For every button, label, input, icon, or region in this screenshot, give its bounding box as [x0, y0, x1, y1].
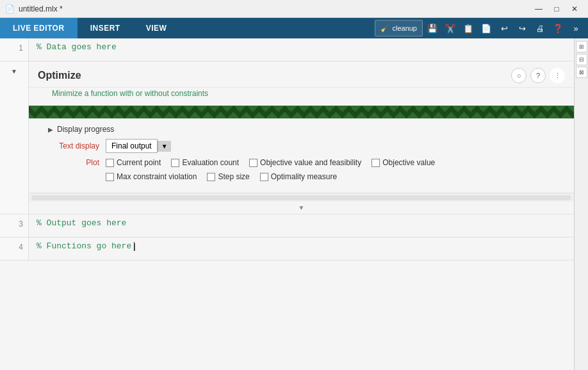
sidebar-btn-1[interactable]: ⊞ [576, 41, 587, 52]
cut-button[interactable]: ✂️ [442, 20, 459, 36]
cell-4: 4 % Functions go here | [0, 237, 574, 261]
optimize-subtitle: Minimize a function with or without cons… [29, 88, 574, 103]
file-icon: 📄 [5, 4, 15, 13]
select-value: Final output [111, 141, 152, 150]
maximize-button[interactable]: □ [548, 3, 565, 15]
cb-max-constraint[interactable] [106, 173, 114, 181]
checkbox-step-size[interactable]: Step size [207, 172, 249, 181]
display-collapse-icon[interactable]: ▶ [48, 126, 53, 133]
paste-button[interactable]: 📄 [478, 20, 494, 36]
window-controls: — □ ✕ [530, 3, 583, 15]
tab-live-editor[interactable]: LIVE EDITOR [0, 18, 78, 38]
code-text-1: % Data goes here [37, 42, 117, 52]
cb-label-max-constraint: Max constraint violation [117, 172, 197, 181]
right-sidebar: ⊞ ⊟ ⊠ [574, 38, 588, 370]
help-button[interactable]: ❓ [550, 20, 566, 36]
cb-label-optimality: Optimality measure [271, 172, 337, 181]
more-button[interactable]: » [568, 20, 584, 36]
cb-label-eval-count: Evaluation count [182, 158, 239, 167]
main-area: 1 % Data goes here ▼ Optimize ○ ? [0, 38, 588, 370]
checkbox-obj-value[interactable]: Objective value [372, 158, 435, 167]
line-number-4: 4 [0, 237, 29, 260]
optimize-header: Optimize ○ ? ⋮ [29, 61, 574, 88]
checkbox-row-1: Current point Evaluation count Objective… [106, 158, 435, 167]
zigzag-separator [29, 106, 574, 118]
checkbox-obj-feasibility[interactable]: Objective value and feasibility [249, 158, 361, 167]
display-section: ▶ Display progress Text display Final ou… [29, 121, 574, 193]
window-title: untitled.mlx * [19, 4, 63, 13]
optimize-block: ▼ Optimize ○ ? ⋮ Minimize a function wit… [0, 61, 574, 214]
optimize-title: Optimize [38, 70, 81, 81]
expand-button[interactable]: ▼ [29, 202, 574, 214]
sidebar-btn-2[interactable]: ⊟ [576, 54, 587, 65]
code-text-4: % Functions go here [37, 241, 131, 251]
tab-insert[interactable]: INSERT [78, 18, 133, 38]
cb-optimality[interactable] [260, 173, 268, 181]
more-block-button[interactable]: ⋮ [550, 68, 565, 83]
checkbox-row-2: Max constraint violation Step size Optim… [106, 172, 435, 181]
title-bar-left: 📄 untitled.mlx * [5, 4, 63, 13]
cb-current-point[interactable] [106, 159, 114, 167]
line-number-3: 3 [0, 214, 29, 237]
toolbar-right: 🧹 cleanup 💾 ✂️ 📋 📄 ↩ ↪ 🖨 ❓ » [371, 18, 588, 38]
menu-bar: LIVE EDITOR INSERT VIEW 🧹 cleanup 💾 ✂️ 📋… [0, 18, 588, 38]
checkbox-current-point[interactable]: Current point [106, 158, 161, 167]
optimize-title-area: Optimize [38, 70, 81, 81]
display-header: ▶ Display progress [48, 125, 565, 134]
checkbox-eval-count[interactable]: Evaluation count [171, 158, 239, 167]
checkboxes-container: Current point Evaluation count Objective… [106, 158, 435, 181]
cb-label-current-point: Current point [117, 158, 161, 167]
cleanup-button[interactable]: 🧹 cleanup [375, 20, 423, 36]
help-block-button[interactable]: ? [530, 68, 546, 83]
code-cell-3[interactable]: % Output goes here [29, 214, 574, 237]
display-progress-label: Display progress [57, 125, 114, 134]
optimize-content: Optimize ○ ? ⋮ Minimize a function with … [29, 61, 574, 214]
title-bar: 📄 untitled.mlx * — □ ✕ [0, 0, 588, 18]
collapse-icon[interactable]: ▼ [11, 68, 17, 75]
text-display-select[interactable]: Final output ▼ [106, 139, 171, 153]
minimize-button[interactable]: — [530, 3, 547, 15]
plot-label: Plot [48, 158, 99, 167]
code-text-3: % Output goes here [37, 218, 126, 228]
editor-scroll[interactable]: 1 % Data goes here ▼ Optimize ○ ? [0, 38, 574, 370]
cell-1: 1 % Data goes here [0, 38, 574, 61]
circle-button[interactable]: ○ [511, 68, 527, 83]
checkbox-optimality[interactable]: Optimality measure [260, 172, 337, 181]
plot-row: Plot Current point Evaluation count [48, 158, 565, 181]
cursor: | [134, 242, 135, 251]
cleanup-label: cleanup [392, 24, 417, 32]
checkbox-max-constraint[interactable]: Max constraint violation [106, 172, 197, 181]
close-button[interactable]: ✕ [566, 3, 583, 15]
code-cell-4[interactable]: % Functions go here | [29, 237, 574, 260]
line-number-1: 1 [0, 38, 29, 61]
copy-button[interactable]: 📋 [460, 20, 477, 36]
tab-view[interactable]: VIEW [133, 18, 180, 38]
cb-step-size[interactable] [207, 173, 215, 181]
code-cell-1[interactable]: % Data goes here [29, 38, 574, 61]
redo-button[interactable]: ↪ [514, 20, 530, 36]
sidebar-btn-3[interactable]: ⊠ [576, 67, 587, 78]
cleanup-icon: 🧹 [380, 24, 389, 33]
text-display-label: Text display [48, 141, 99, 150]
select-arrow-icon[interactable]: ▼ [158, 141, 171, 152]
cb-label-obj-feasibility: Objective value and feasibility [260, 158, 361, 167]
undo-button[interactable]: ↩ [496, 20, 512, 36]
horizontal-scrollbar[interactable] [29, 193, 574, 202]
optimize-num-col: ▼ [0, 61, 29, 214]
cb-obj-value[interactable] [372, 159, 380, 167]
print-button[interactable]: 🖨 [532, 20, 548, 36]
cb-eval-count[interactable] [171, 159, 179, 167]
cell-3: 3 % Output goes here [0, 214, 574, 237]
scrollbar-track [31, 195, 571, 200]
save-button[interactable]: 💾 [424, 20, 441, 36]
text-display-row: Text display Final output ▼ [48, 139, 565, 153]
cb-label-step-size: Step size [218, 172, 249, 181]
optimize-actions: ○ ? ⋮ [511, 68, 565, 83]
cb-label-obj-value: Objective value [382, 158, 435, 167]
cb-obj-feasibility[interactable] [249, 159, 257, 167]
select-box[interactable]: Final output [106, 139, 158, 153]
